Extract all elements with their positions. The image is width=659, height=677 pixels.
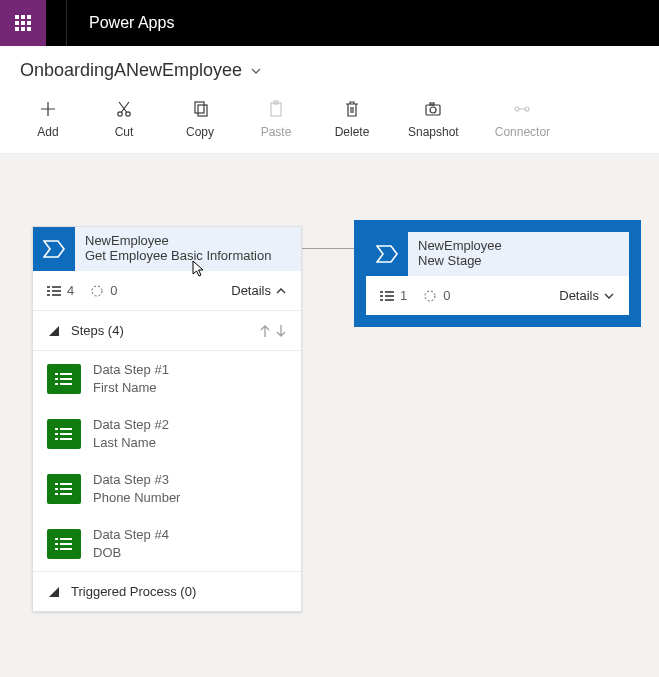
triangle-icon xyxy=(47,585,61,599)
svg-rect-20 xyxy=(55,378,58,380)
delete-button[interactable]: Delete xyxy=(332,99,372,139)
svg-rect-36 xyxy=(55,538,58,540)
step-title: Data Step #3 xyxy=(93,471,180,489)
svg-rect-32 xyxy=(55,488,58,490)
svg-rect-3 xyxy=(198,105,207,116)
list-icon xyxy=(380,290,394,302)
connector-button[interactable]: Connector xyxy=(495,99,550,139)
trash-icon xyxy=(342,99,362,119)
cut-label: Cut xyxy=(115,125,134,139)
stage-chip xyxy=(366,232,408,276)
svg-point-7 xyxy=(430,107,436,113)
stage-name: Get Employee Basic Information xyxy=(85,248,291,263)
step-row[interactable]: Data Step #3 Phone Number xyxy=(33,461,301,516)
toolbar: Add Cut Copy Paste Delete Snapshot Conne… xyxy=(20,95,639,149)
svg-rect-23 xyxy=(60,383,72,385)
svg-rect-16 xyxy=(52,294,61,296)
stage-name: New Stage xyxy=(418,253,619,268)
step-row[interactable]: Data Step #1 First Name xyxy=(33,351,301,406)
svg-point-1 xyxy=(126,112,130,116)
svg-point-10 xyxy=(525,107,529,111)
step-title: Data Step #4 xyxy=(93,526,169,544)
svg-rect-40 xyxy=(55,548,58,550)
step-count-value: 1 xyxy=(400,288,407,303)
step-row[interactable]: Data Step #4 DOB xyxy=(33,516,301,571)
svg-rect-42 xyxy=(380,291,383,293)
svg-rect-34 xyxy=(55,493,58,495)
triggered-section[interactable]: Triggered Process (0) xyxy=(33,571,301,611)
step-label: Data Step #2 Last Name xyxy=(93,416,169,451)
svg-rect-43 xyxy=(385,291,394,293)
canvas[interactable]: NewEmployee Get Employee Basic Informati… xyxy=(0,154,659,677)
svg-rect-19 xyxy=(60,373,72,375)
reorder-arrows[interactable] xyxy=(259,324,287,338)
stage-header[interactable]: NewEmployee Get Employee Basic Informati… xyxy=(33,227,301,271)
process-count: 0 xyxy=(90,283,117,298)
svg-point-0 xyxy=(118,112,122,116)
stage-chip xyxy=(33,227,75,271)
commandbar: OnboardingANewEmployee Add Cut Copy Past… xyxy=(0,46,659,154)
stage-meta: 4 0 Details xyxy=(33,271,301,311)
stage-get-employee-basic-info[interactable]: NewEmployee Get Employee Basic Informati… xyxy=(32,226,302,612)
step-title: Data Step #2 xyxy=(93,416,169,434)
paste-button[interactable]: Paste xyxy=(256,99,296,139)
snapshot-button[interactable]: Snapshot xyxy=(408,99,459,139)
titlebar: Power Apps xyxy=(0,0,659,46)
connector-icon xyxy=(512,99,532,119)
app-launcher-button[interactable] xyxy=(0,0,46,46)
step-field: DOB xyxy=(93,544,169,562)
step-row[interactable]: Data Step #2 Last Name xyxy=(33,406,301,461)
svg-rect-13 xyxy=(47,290,50,292)
form-icon xyxy=(47,474,81,504)
svg-rect-35 xyxy=(60,493,72,495)
step-label: Data Step #3 Phone Number xyxy=(93,471,180,506)
svg-point-9 xyxy=(515,107,519,111)
svg-rect-38 xyxy=(55,543,58,545)
svg-rect-4 xyxy=(271,103,281,116)
paste-label: Paste xyxy=(261,125,292,139)
copy-button[interactable]: Copy xyxy=(180,99,220,139)
delete-label: Delete xyxy=(335,125,370,139)
cut-button[interactable]: Cut xyxy=(104,99,144,139)
svg-point-17 xyxy=(92,286,102,296)
details-toggle[interactable]: Details xyxy=(231,283,287,298)
svg-rect-25 xyxy=(60,428,72,430)
svg-rect-41 xyxy=(60,548,72,550)
chevron-tag-icon xyxy=(376,245,398,263)
chevron-down-icon xyxy=(250,65,262,77)
list-icon xyxy=(47,285,61,297)
step-label: Data Step #1 First Name xyxy=(93,361,169,396)
paste-icon xyxy=(266,99,286,119)
steps-header-label: Steps (4) xyxy=(71,323,124,338)
chevron-tag-icon xyxy=(43,240,65,258)
svg-point-48 xyxy=(425,291,435,301)
snapshot-label: Snapshot xyxy=(408,125,459,139)
stage-entity: NewEmployee xyxy=(418,238,619,253)
details-toggle[interactable]: Details xyxy=(559,288,615,303)
svg-rect-31 xyxy=(60,483,72,485)
svg-rect-29 xyxy=(60,438,72,440)
svg-rect-11 xyxy=(47,286,50,288)
stage-header[interactable]: NewEmployee New Stage xyxy=(366,232,629,276)
process-count-value: 0 xyxy=(110,283,117,298)
add-button[interactable]: Add xyxy=(28,99,68,139)
svg-rect-28 xyxy=(55,438,58,440)
process-name-dropdown[interactable]: OnboardingANewEmployee xyxy=(20,60,639,81)
step-field: Last Name xyxy=(93,434,169,452)
plus-icon xyxy=(38,99,58,119)
app-title: Power Apps xyxy=(67,14,174,32)
stage-entity: NewEmployee xyxy=(85,233,291,248)
process-name-label: OnboardingANewEmployee xyxy=(20,60,242,81)
triggered-label: Triggered Process (0) xyxy=(71,584,196,599)
waffle-icon xyxy=(15,15,31,31)
copy-icon xyxy=(190,99,210,119)
stage-new-stage[interactable]: NewEmployee New Stage 1 0 Details xyxy=(360,226,635,321)
svg-rect-24 xyxy=(55,428,58,430)
stage-meta: 1 0 Details xyxy=(366,276,629,315)
svg-rect-22 xyxy=(55,383,58,385)
form-icon xyxy=(47,419,81,449)
steps-section[interactable]: Steps (4) xyxy=(33,311,301,351)
svg-rect-26 xyxy=(55,433,58,435)
arrow-up-icon xyxy=(259,324,271,338)
step-count: 1 xyxy=(380,288,407,303)
